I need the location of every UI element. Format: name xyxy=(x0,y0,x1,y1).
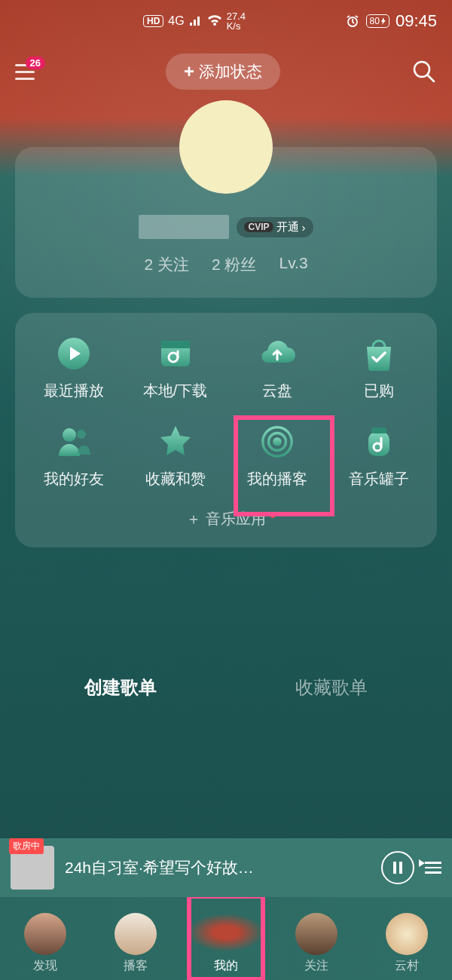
song-cover[interactable]: 歌房中 xyxy=(11,846,54,890)
nav-podcast[interactable]: 播客 xyxy=(90,897,181,980)
net-speed: 27.4 xyxy=(227,11,246,21)
search-button[interactable] xyxy=(411,59,437,84)
vip-label: 开通 xyxy=(276,220,299,234)
now-playing-bar[interactable]: 歌房中 24h自习室·希望写个好故… xyxy=(0,838,452,897)
wifi-icon xyxy=(207,15,222,27)
username xyxy=(139,215,229,239)
purchased-button[interactable]: 已购 xyxy=(328,335,429,401)
clock: 09:45 xyxy=(396,11,437,31)
my-friends-button[interactable]: 我的好友 xyxy=(23,424,124,489)
nav-avatar-icon xyxy=(386,913,428,955)
music-apps-button[interactable]: ＋ 音乐应用 xyxy=(23,509,429,529)
following-stat[interactable]: 2 关注 xyxy=(144,254,189,275)
bag-check-icon xyxy=(361,335,397,372)
hd-indicator: HD xyxy=(143,15,163,27)
menu-button[interactable]: 26 xyxy=(15,64,35,80)
koi-icon xyxy=(181,910,271,955)
signal-icon xyxy=(189,16,203,26)
svg-point-6 xyxy=(63,428,76,442)
podcast-icon xyxy=(259,424,295,460)
plus-icon: ＋ xyxy=(186,510,201,527)
recent-play-button[interactable]: 最近播放 xyxy=(23,335,124,401)
cloud-disk-button[interactable]: 云盘 xyxy=(226,335,328,401)
plus-icon: + xyxy=(184,61,194,82)
local-download-button[interactable]: 本地/下载 xyxy=(124,335,226,401)
play-circle-icon xyxy=(56,335,92,372)
tab-collected-playlist[interactable]: 收藏歌单 xyxy=(227,675,438,700)
star-icon xyxy=(157,424,194,460)
add-status-button[interactable]: + 添加状态 xyxy=(166,54,280,90)
menu-badge: 26 xyxy=(26,57,45,69)
local-download-icon xyxy=(157,335,194,372)
song-title: 24h自习室·希望写个好故… xyxy=(65,857,371,878)
cloud-upload-icon xyxy=(259,335,295,372)
add-status-label: 添加状态 xyxy=(199,61,262,82)
music-jar-button[interactable]: 音乐罐子 xyxy=(328,424,429,489)
nav-discover[interactable]: 发现 xyxy=(0,897,90,980)
jar-icon xyxy=(361,424,397,460)
friends-icon xyxy=(56,424,92,460)
alarm-icon xyxy=(345,14,360,29)
favorites-likes-button[interactable]: 收藏和赞 xyxy=(124,424,226,489)
room-badge: 歌房中 xyxy=(9,838,44,854)
nav-cloud-village[interactable]: 云村 xyxy=(362,897,452,980)
svg-point-8 xyxy=(273,437,282,446)
svg-point-1 xyxy=(414,62,429,77)
nav-avatar-icon xyxy=(24,913,66,955)
level-stat[interactable]: Lv.3 xyxy=(279,254,307,275)
bottom-nav: 发现 播客 我的 关注 云村 xyxy=(0,897,452,980)
playlist-tabs: 创建歌单 收藏歌单 xyxy=(15,675,437,700)
svg-point-7 xyxy=(77,430,86,439)
nav-follow[interactable]: 关注 xyxy=(271,897,362,980)
status-bar: HD 4G 27.4 K/s 80 09:45 xyxy=(0,0,452,41)
nav-avatar-icon xyxy=(295,913,337,955)
tab-create-playlist[interactable]: 创建歌单 xyxy=(15,675,226,700)
playlist-queue-button[interactable] xyxy=(425,862,441,874)
svg-rect-10 xyxy=(371,427,386,433)
svg-rect-4 xyxy=(161,341,190,348)
shortcuts-card: 最近播放 本地/下载 云盘 已购 我的好友 xyxy=(15,313,437,547)
nav-avatar-icon xyxy=(115,913,157,955)
vip-button[interactable]: CVIP 开通 › xyxy=(237,217,313,237)
nav-mine[interactable]: 我的 xyxy=(181,897,271,980)
top-bar: 26 + 添加状态 xyxy=(0,41,452,102)
profile-card: CVIP 开通 › 2 关注 2 粉丝 Lv.3 xyxy=(15,147,437,298)
pause-button[interactable] xyxy=(381,851,414,884)
fans-stat[interactable]: 2 粉丝 xyxy=(212,254,257,275)
my-podcast-button[interactable]: 我的播客 xyxy=(226,424,328,489)
net-speed-unit: K/s xyxy=(227,21,246,31)
chevron-right-icon: › xyxy=(302,221,306,234)
battery-level: 80 xyxy=(370,16,380,26)
network-indicator: 4G xyxy=(168,14,184,28)
avatar[interactable] xyxy=(179,100,273,194)
pause-icon xyxy=(393,862,402,874)
